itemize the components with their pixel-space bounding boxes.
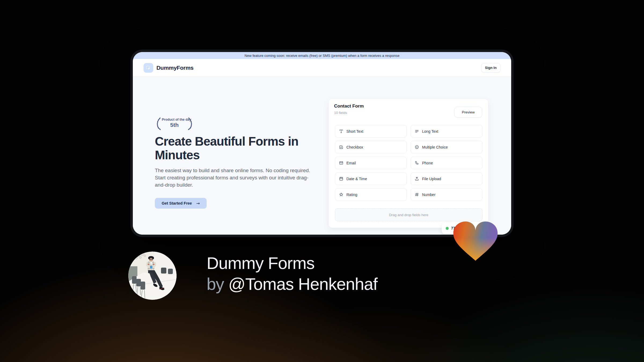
calendar-icon — [339, 176, 343, 181]
field-type-grid: Short Text Long Text Check — [335, 125, 482, 201]
arrow-right-icon: → — [196, 201, 200, 206]
radio-icon — [415, 145, 419, 149]
laurel-left-icon — [154, 117, 162, 130]
hash-icon — [415, 192, 419, 197]
maker-avatar — [128, 252, 177, 300]
hero-description: The easiest way to build and share onlin… — [155, 167, 316, 189]
star-icon — [339, 192, 343, 197]
product-name-text: Dummy Forms — [207, 253, 378, 274]
form-title: Contact Form — [334, 104, 364, 109]
short-text-icon — [339, 129, 343, 134]
dropzone-text: Drag and drop fields here — [389, 213, 429, 217]
announcement-banner: New feature coming soon: receive emails … — [133, 52, 511, 59]
field-rating[interactable]: Rating — [335, 188, 407, 201]
page-title: Create Beautiful Forms in Minutes — [155, 135, 298, 162]
phone-icon — [415, 161, 419, 165]
field-file-upload[interactable]: File Upload — [411, 172, 482, 185]
site-header: DummyForms Sign In — [133, 59, 511, 77]
upload-icon — [415, 176, 419, 181]
field-date-time[interactable]: Date & Time — [335, 172, 407, 185]
envelope-icon — [339, 161, 343, 165]
webpage: New feature coming soon: receive emails … — [133, 52, 511, 235]
field-multiple-choice[interactable]: Multiple Choice — [411, 141, 482, 153]
checkbox-icon — [339, 145, 343, 149]
laurel-right-icon — [186, 117, 195, 130]
byline-prefix: by — [207, 275, 224, 293]
author-handle: @Tomas Henkenhaf — [228, 275, 378, 293]
product-of-the-day-badge: Product of the day 5th — [154, 117, 195, 130]
announcement-text: New feature coming soon: receive emails … — [244, 54, 399, 58]
award-rank: 5th — [162, 122, 187, 128]
heart-icon — [450, 217, 501, 264]
browser-window: New feature coming soon: receive emails … — [130, 50, 514, 237]
field-checkbox[interactable]: Checkbox — [335, 141, 407, 153]
green-dot-icon — [446, 227, 449, 230]
field-email[interactable]: Email — [335, 157, 407, 169]
preview-button[interactable]: Preview — [454, 107, 482, 118]
dummyforms-logo-icon — [144, 63, 153, 73]
sign-in-button[interactable]: Sign In — [481, 63, 500, 73]
field-short-text[interactable]: Short Text — [335, 125, 407, 138]
field-long-text[interactable]: Long Text — [411, 125, 482, 138]
form-builder-card: Contact Form 10 fields Preview Short Tex… — [328, 99, 488, 228]
get-started-label: Get Started Free — [162, 201, 192, 205]
field-count: 10 fields — [334, 111, 347, 115]
award-title: Product of the day — [162, 118, 187, 121]
get-started-button[interactable]: Get Started Free → — [155, 198, 207, 209]
byline: Dummy Forms by @Tomas Henkenhaf — [207, 253, 378, 294]
hero-section: Product of the day 5th — [133, 77, 511, 235]
long-text-icon — [415, 129, 419, 134]
field-number[interactable]: Number — [411, 188, 482, 201]
brand-logo[interactable]: DummyForms — [144, 63, 193, 73]
field-phone[interactable]: Phone — [411, 157, 482, 169]
brand-name: DummyForms — [156, 65, 193, 71]
promo-canvas: New feature coming soon: receive emails … — [0, 0, 644, 362]
